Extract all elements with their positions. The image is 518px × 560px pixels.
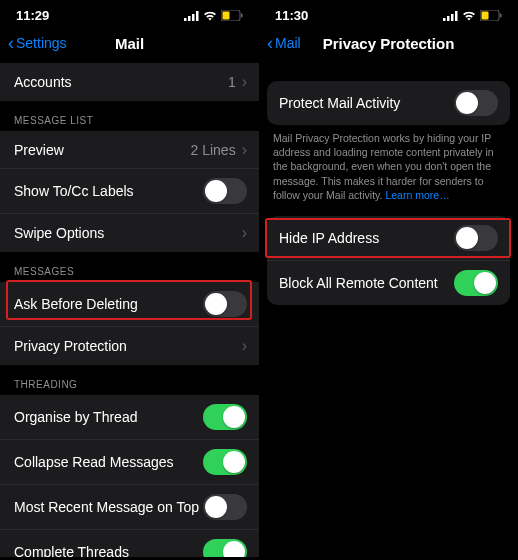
chevron-left-icon: ‹: [267, 33, 273, 54]
svg-rect-7: [443, 18, 446, 21]
signal-icon: [184, 11, 199, 21]
svg-rect-3: [196, 11, 199, 21]
group-threading: Organise by Thread Collapse Read Message…: [0, 395, 259, 557]
row-label: Collapse Read Messages: [14, 454, 174, 470]
chevron-right-icon: ›: [242, 141, 247, 159]
group-content-options: Hide IP Address Block All Remote Content: [267, 216, 510, 305]
row-value: 2 Lines: [191, 142, 236, 158]
row-value: 1: [228, 74, 236, 90]
nav-bar: ‹Settings Mail: [0, 27, 259, 63]
status-time: 11:29: [16, 8, 49, 23]
svg-rect-13: [500, 14, 502, 18]
toggle-complete-threads[interactable]: [203, 539, 247, 557]
settings-list[interactable]: Accounts 1› MESSAGE LIST Preview 2 Lines…: [0, 63, 259, 557]
row-complete-threads[interactable]: Complete Threads: [0, 530, 259, 557]
page-title: Privacy Protection: [267, 35, 510, 52]
battery-icon: [480, 10, 502, 21]
toggle-block-remote-content[interactable]: [454, 270, 498, 296]
group-protect-activity: Protect Mail Activity: [267, 81, 510, 125]
back-button[interactable]: ‹Settings: [8, 33, 67, 54]
row-label: Accounts: [14, 74, 72, 90]
row-hide-ip[interactable]: Hide IP Address: [267, 216, 510, 261]
toggle-hide-ip[interactable]: [454, 225, 498, 251]
group-messages: Ask Before Deleting Privacy Protection ›: [0, 282, 259, 365]
status-indicators: [443, 10, 502, 21]
status-bar: 11:30: [259, 0, 518, 27]
row-protect-mail-activity[interactable]: Protect Mail Activity: [267, 81, 510, 125]
wifi-icon: [203, 11, 217, 21]
row-collapse-read[interactable]: Collapse Read Messages: [0, 440, 259, 485]
row-ask-before-deleting[interactable]: Ask Before Deleting: [0, 282, 259, 327]
learn-more-link[interactable]: Learn more…: [385, 189, 449, 201]
row-label: Ask Before Deleting: [14, 296, 138, 312]
row-label: Block All Remote Content: [279, 275, 438, 291]
svg-rect-0: [184, 18, 187, 21]
chevron-left-icon: ‹: [8, 33, 14, 54]
row-swipe-options[interactable]: Swipe Options ›: [0, 214, 259, 252]
svg-rect-8: [447, 16, 450, 21]
svg-rect-5: [223, 12, 230, 20]
row-preview[interactable]: Preview 2 Lines›: [0, 131, 259, 169]
wifi-icon: [462, 11, 476, 21]
signal-icon: [443, 11, 458, 21]
protect-footer: Mail Privacy Protection works by hiding …: [259, 125, 518, 204]
status-bar: 11:29: [0, 0, 259, 27]
row-label: Most Recent Message on Top: [14, 499, 199, 515]
row-block-remote-content[interactable]: Block All Remote Content: [267, 261, 510, 305]
row-label: Privacy Protection: [14, 338, 127, 354]
section-header-messages: MESSAGES: [0, 252, 259, 282]
section-header-threading: THREADING: [0, 365, 259, 395]
toggle-most-recent-top[interactable]: [203, 494, 247, 520]
group-accounts: Accounts 1›: [0, 63, 259, 101]
chevron-right-icon: ›: [242, 73, 247, 91]
toggle-collapse-read[interactable]: [203, 449, 247, 475]
row-label: Protect Mail Activity: [279, 95, 400, 111]
svg-rect-1: [188, 16, 191, 21]
row-label: Organise by Thread: [14, 409, 137, 425]
row-label: Hide IP Address: [279, 230, 379, 246]
svg-rect-6: [241, 14, 243, 18]
row-organise-by-thread[interactable]: Organise by Thread: [0, 395, 259, 440]
toggle-show-tocc[interactable]: [203, 178, 247, 204]
svg-rect-9: [451, 14, 454, 21]
chevron-right-icon: ›: [242, 224, 247, 242]
footer-text: Mail Privacy Protection works by hiding …: [273, 132, 494, 201]
mail-settings-screen: 11:29 ‹Settings Mail Accounts 1› MESSAGE…: [0, 0, 259, 560]
privacy-protection-screen: 11:30 ‹Mail Privacy Protection Protect M…: [259, 0, 518, 560]
svg-rect-2: [192, 14, 195, 21]
section-header-message-list: MESSAGE LIST: [0, 101, 259, 131]
back-button[interactable]: ‹Mail: [267, 33, 301, 54]
toggle-organise-by-thread[interactable]: [203, 404, 247, 430]
svg-rect-10: [455, 11, 458, 21]
chevron-right-icon: ›: [242, 337, 247, 355]
nav-bar: ‹Mail Privacy Protection: [259, 27, 518, 63]
toggle-protect-mail-activity[interactable]: [454, 90, 498, 116]
svg-rect-12: [482, 12, 489, 20]
row-most-recent-top[interactable]: Most Recent Message on Top: [0, 485, 259, 530]
row-label: Preview: [14, 142, 64, 158]
back-label: Mail: [275, 35, 301, 51]
toggle-ask-before-deleting[interactable]: [203, 291, 247, 317]
status-time: 11:30: [275, 8, 308, 23]
row-label: Swipe Options: [14, 225, 104, 241]
row-label: Complete Threads: [14, 544, 129, 557]
group-message-list: Preview 2 Lines› Show To/Cc Labels Swipe…: [0, 131, 259, 252]
row-label: Show To/Cc Labels: [14, 183, 134, 199]
back-label: Settings: [16, 35, 67, 51]
status-indicators: [184, 10, 243, 21]
row-privacy-protection[interactable]: Privacy Protection ›: [0, 327, 259, 365]
battery-icon: [221, 10, 243, 21]
row-show-tocc[interactable]: Show To/Cc Labels: [0, 169, 259, 214]
row-accounts[interactable]: Accounts 1›: [0, 63, 259, 101]
